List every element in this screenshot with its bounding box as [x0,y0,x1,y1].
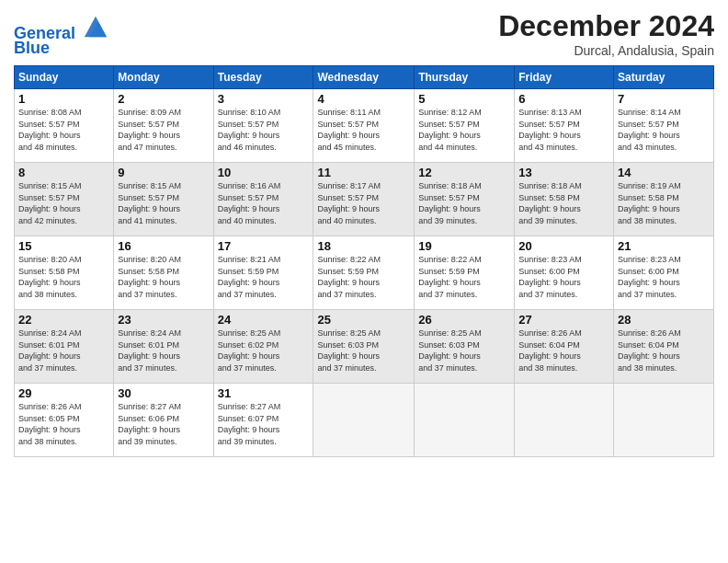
calendar-cell: 7Sunrise: 8:14 AMSunset: 5:57 PMDaylight… [614,89,714,163]
day-info: Sunrise: 8:25 AMSunset: 6:02 PMDaylight:… [218,327,310,373]
day-number: 1 [18,92,109,106]
calendar-cell: 27Sunrise: 8:26 AMSunset: 6:04 PMDayligh… [515,310,614,384]
day-number: 11 [317,166,410,179]
day-info: Sunrise: 8:12 AMSunset: 5:57 PMDaylight:… [418,107,510,153]
calendar-week-row: 1Sunrise: 8:08 AMSunset: 5:57 PMDaylight… [15,89,714,163]
day-number: 21 [618,239,710,253]
logo-icon [83,13,108,39]
calendar-week-row: 8Sunrise: 8:15 AMSunset: 5:57 PMDaylight… [15,163,714,236]
day-number: 15 [18,239,109,253]
calendar-cell: 23Sunrise: 8:24 AMSunset: 6:01 PMDayligh… [114,310,213,384]
calendar-cell: 10Sunrise: 8:16 AMSunset: 5:57 PMDayligh… [213,163,313,236]
day-info: Sunrise: 8:18 AMSunset: 5:58 PMDaylight:… [518,180,609,226]
day-number: 9 [118,166,209,179]
day-number: 19 [418,239,510,253]
day-number: 8 [18,166,109,179]
day-info: Sunrise: 8:27 AMSunset: 6:07 PMDaylight:… [218,401,310,447]
calendar-cell: 24Sunrise: 8:25 AMSunset: 6:02 PMDayligh… [213,310,313,384]
subtitle: Durcal, Andalusia, Spain [498,43,714,58]
header-sunday: Sunday [15,66,114,89]
calendar-cell: 15Sunrise: 8:20 AMSunset: 5:58 PMDayligh… [15,236,114,310]
day-info: Sunrise: 8:23 AMSunset: 6:00 PMDaylight:… [618,254,710,300]
day-number: 3 [218,92,310,106]
calendar-cell: 22Sunrise: 8:24 AMSunset: 6:01 PMDayligh… [15,310,114,384]
day-info: Sunrise: 8:24 AMSunset: 6:01 PMDaylight:… [118,327,209,373]
day-info: Sunrise: 8:22 AMSunset: 5:59 PMDaylight:… [317,254,410,300]
day-info: Sunrise: 8:09 AMSunset: 5:57 PMDaylight:… [118,107,209,153]
calendar-cell [415,384,515,457]
day-number: 13 [518,166,609,179]
header-saturday: Saturday [614,66,714,89]
calendar-cell: 26Sunrise: 8:25 AMSunset: 6:03 PMDayligh… [415,310,515,384]
calendar-cell: 1Sunrise: 8:08 AMSunset: 5:57 PMDaylight… [15,89,114,163]
day-info: Sunrise: 8:20 AMSunset: 5:58 PMDaylight:… [118,254,209,300]
day-info: Sunrise: 8:17 AMSunset: 5:57 PMDaylight:… [317,180,410,226]
calendar-cell: 6Sunrise: 8:13 AMSunset: 5:57 PMDaylight… [515,89,614,163]
header-tuesday: Tuesday [213,66,313,89]
calendar-cell: 3Sunrise: 8:10 AMSunset: 5:57 PMDaylight… [213,89,313,163]
day-number: 31 [218,386,310,400]
calendar-week-row: 29Sunrise: 8:26 AMSunset: 6:05 PMDayligh… [15,384,714,457]
day-number: 26 [418,313,510,327]
logo: General Blue [14,13,108,58]
day-number: 16 [118,239,209,253]
day-number: 29 [18,386,109,400]
calendar-cell: 30Sunrise: 8:27 AMSunset: 6:06 PMDayligh… [114,384,213,457]
calendar-cell: 19Sunrise: 8:22 AMSunset: 5:59 PMDayligh… [415,236,515,310]
day-number: 28 [618,313,710,327]
day-number: 24 [218,313,310,327]
calendar-cell: 9Sunrise: 8:15 AMSunset: 5:57 PMDaylight… [114,163,213,236]
calendar-cell: 8Sunrise: 8:15 AMSunset: 5:57 PMDaylight… [15,163,114,236]
day-info: Sunrise: 8:27 AMSunset: 6:06 PMDaylight:… [118,401,209,447]
day-number: 22 [18,313,109,327]
day-number: 5 [418,92,510,106]
day-info: Sunrise: 8:11 AMSunset: 5:57 PMDaylight:… [317,107,410,153]
calendar-cell: 5Sunrise: 8:12 AMSunset: 5:57 PMDaylight… [415,89,515,163]
calendar-header-row: SundayMondayTuesdayWednesdayThursdayFrid… [15,66,714,89]
day-number: 17 [218,239,310,253]
day-number: 6 [518,92,609,106]
calendar-cell: 2Sunrise: 8:09 AMSunset: 5:57 PMDaylight… [114,89,213,163]
calendar-cell: 18Sunrise: 8:22 AMSunset: 5:59 PMDayligh… [313,236,415,310]
calendar-week-row: 22Sunrise: 8:24 AMSunset: 6:01 PMDayligh… [15,310,714,384]
calendar-cell: 25Sunrise: 8:25 AMSunset: 6:03 PMDayligh… [313,310,415,384]
calendar-cell: 17Sunrise: 8:21 AMSunset: 5:59 PMDayligh… [213,236,313,310]
title-area: December 2024 Durcal, Andalusia, Spain [498,9,714,58]
calendar-page: General Blue December 2024 Durcal, Andal… [0,0,728,563]
calendar-cell: 11Sunrise: 8:17 AMSunset: 5:57 PMDayligh… [313,163,415,236]
day-number: 4 [317,92,410,106]
day-number: 2 [118,92,209,106]
calendar-table: SundayMondayTuesdayWednesdayThursdayFrid… [14,65,714,457]
day-number: 27 [518,313,609,327]
day-info: Sunrise: 8:26 AMSunset: 6:05 PMDaylight:… [18,401,109,447]
day-number: 18 [317,239,410,253]
page-header: General Blue December 2024 Durcal, Andal… [14,9,714,58]
day-number: 14 [618,166,710,179]
day-number: 12 [418,166,510,179]
calendar-cell: 20Sunrise: 8:23 AMSunset: 6:00 PMDayligh… [515,236,614,310]
day-info: Sunrise: 8:14 AMSunset: 5:57 PMDaylight:… [618,107,710,153]
day-info: Sunrise: 8:13 AMSunset: 5:57 PMDaylight:… [518,107,609,153]
calendar-cell: 16Sunrise: 8:20 AMSunset: 5:58 PMDayligh… [114,236,213,310]
day-number: 20 [518,239,609,253]
day-info: Sunrise: 8:26 AMSunset: 6:04 PMDaylight:… [618,327,710,373]
calendar-cell: 31Sunrise: 8:27 AMSunset: 6:07 PMDayligh… [213,384,313,457]
day-number: 25 [317,313,410,327]
header-wednesday: Wednesday [313,66,415,89]
day-info: Sunrise: 8:15 AMSunset: 5:57 PMDaylight:… [118,180,209,226]
day-info: Sunrise: 8:20 AMSunset: 5:58 PMDaylight:… [18,254,109,300]
header-monday: Monday [114,66,213,89]
day-number: 10 [218,166,310,179]
calendar-cell: 4Sunrise: 8:11 AMSunset: 5:57 PMDaylight… [313,89,415,163]
header-friday: Friday [515,66,614,89]
day-info: Sunrise: 8:19 AMSunset: 5:58 PMDaylight:… [618,180,710,226]
calendar-cell [515,384,614,457]
day-number: 23 [118,313,209,327]
day-info: Sunrise: 8:22 AMSunset: 5:59 PMDaylight:… [418,254,510,300]
day-info: Sunrise: 8:24 AMSunset: 6:01 PMDaylight:… [18,327,109,373]
calendar-cell: 29Sunrise: 8:26 AMSunset: 6:05 PMDayligh… [15,384,114,457]
day-info: Sunrise: 8:08 AMSunset: 5:57 PMDaylight:… [18,107,109,153]
calendar-week-row: 15Sunrise: 8:20 AMSunset: 5:58 PMDayligh… [15,236,714,310]
day-info: Sunrise: 8:15 AMSunset: 5:57 PMDaylight:… [18,180,109,226]
day-info: Sunrise: 8:23 AMSunset: 6:00 PMDaylight:… [518,254,609,300]
